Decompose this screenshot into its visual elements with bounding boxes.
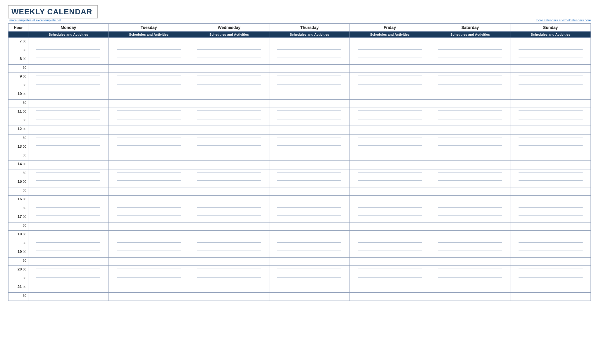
activity-cell[interactable] [28, 283, 109, 293]
activity-cell[interactable] [350, 187, 430, 196]
activity-cell[interactable] [430, 205, 510, 213]
activity-cell[interactable] [430, 293, 510, 301]
activity-cell[interactable] [109, 108, 189, 117]
activity-cell[interactable] [350, 108, 430, 117]
activity-cell[interactable] [109, 240, 189, 248]
activity-cell[interactable] [189, 258, 269, 266]
activity-cell[interactable] [189, 117, 269, 125]
activity-cell[interactable] [350, 248, 430, 258]
activity-cell[interactable] [269, 283, 350, 293]
activity-cell[interactable] [350, 258, 430, 266]
activity-cell[interactable] [510, 170, 591, 178]
activity-cell[interactable] [269, 275, 350, 283]
activity-cell[interactable] [28, 178, 109, 187]
activity-cell[interactable] [430, 125, 510, 135]
activity-cell[interactable] [28, 213, 109, 222]
activity-cell[interactable] [189, 108, 269, 117]
activity-cell[interactable] [510, 38, 591, 47]
activity-cell[interactable] [28, 73, 109, 82]
activity-cell[interactable] [350, 213, 430, 222]
activity-cell[interactable] [269, 231, 350, 240]
activity-cell[interactable] [350, 135, 430, 143]
activity-cell[interactable] [430, 213, 510, 222]
activity-cell[interactable] [350, 178, 430, 187]
activity-cell[interactable] [510, 196, 591, 205]
activity-cell[interactable] [430, 55, 510, 65]
activity-cell[interactable] [269, 248, 350, 258]
activity-cell[interactable] [510, 213, 591, 222]
activity-cell[interactable] [109, 275, 189, 283]
activity-cell[interactable] [189, 143, 269, 152]
activity-cell[interactable] [269, 187, 350, 196]
activity-cell[interactable] [109, 143, 189, 152]
activity-cell[interactable] [109, 213, 189, 222]
activity-cell[interactable] [28, 293, 109, 301]
activity-cell[interactable] [510, 161, 591, 170]
activity-cell[interactable] [189, 170, 269, 178]
activity-cell[interactable] [350, 205, 430, 213]
activity-cell[interactable] [350, 90, 430, 100]
activity-cell[interactable] [430, 266, 510, 275]
activity-cell[interactable] [28, 82, 109, 90]
activity-cell[interactable] [189, 283, 269, 293]
activity-cell[interactable] [430, 231, 510, 240]
activity-cell[interactable] [269, 170, 350, 178]
activity-cell[interactable] [109, 293, 189, 301]
activity-cell[interactable] [189, 152, 269, 161]
activity-cell[interactable] [510, 143, 591, 152]
activity-cell[interactable] [28, 125, 109, 135]
activity-cell[interactable] [28, 258, 109, 266]
activity-cell[interactable] [269, 55, 350, 65]
activity-cell[interactable] [28, 117, 109, 125]
activity-cell[interactable] [430, 196, 510, 205]
activity-cell[interactable] [510, 293, 591, 301]
activity-cell[interactable] [189, 135, 269, 143]
activity-cell[interactable] [189, 65, 269, 73]
activity-cell[interactable] [350, 143, 430, 152]
activity-cell[interactable] [189, 222, 269, 231]
activity-cell[interactable] [28, 248, 109, 258]
activity-cell[interactable] [430, 47, 510, 55]
activity-cell[interactable] [350, 222, 430, 231]
activity-cell[interactable] [510, 205, 591, 213]
activity-cell[interactable] [510, 117, 591, 125]
activity-cell[interactable] [28, 143, 109, 152]
activity-cell[interactable] [350, 283, 430, 293]
activity-cell[interactable] [350, 152, 430, 161]
activity-cell[interactable] [269, 82, 350, 90]
activity-cell[interactable] [189, 275, 269, 283]
activity-cell[interactable] [189, 100, 269, 108]
activity-cell[interactable] [430, 82, 510, 90]
activity-cell[interactable] [189, 55, 269, 65]
activity-cell[interactable] [350, 275, 430, 283]
activity-cell[interactable] [109, 266, 189, 275]
activity-cell[interactable] [350, 55, 430, 65]
activity-cell[interactable] [430, 143, 510, 152]
activity-cell[interactable] [109, 73, 189, 82]
activity-cell[interactable] [430, 187, 510, 196]
activity-cell[interactable] [189, 178, 269, 187]
activity-cell[interactable] [189, 213, 269, 222]
activity-cell[interactable] [109, 258, 189, 266]
activity-cell[interactable] [510, 283, 591, 293]
link-left[interactable]: more templates at exceltemplate.net [9, 18, 61, 22]
activity-cell[interactable] [269, 266, 350, 275]
activity-cell[interactable] [109, 152, 189, 161]
activity-cell[interactable] [430, 65, 510, 73]
activity-cell[interactable] [109, 117, 189, 125]
activity-cell[interactable] [510, 90, 591, 100]
activity-cell[interactable] [269, 38, 350, 47]
activity-cell[interactable] [430, 248, 510, 258]
activity-cell[interactable] [269, 258, 350, 266]
activity-cell[interactable] [269, 143, 350, 152]
activity-cell[interactable] [109, 205, 189, 213]
activity-cell[interactable] [189, 73, 269, 82]
activity-cell[interactable] [269, 178, 350, 187]
activity-cell[interactable] [109, 231, 189, 240]
activity-cell[interactable] [350, 38, 430, 47]
activity-cell[interactable] [109, 161, 189, 170]
activity-cell[interactable] [189, 161, 269, 170]
activity-cell[interactable] [350, 73, 430, 82]
activity-cell[interactable] [109, 125, 189, 135]
activity-cell[interactable] [28, 170, 109, 178]
